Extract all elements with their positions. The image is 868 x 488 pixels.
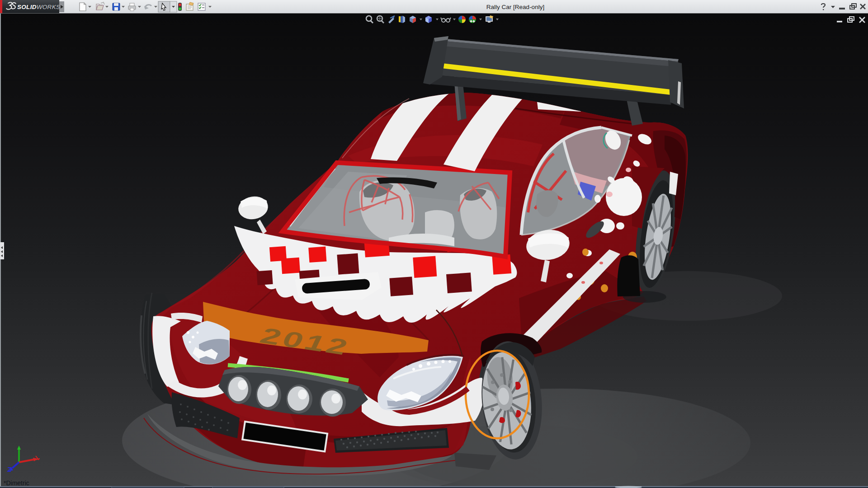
svg-text:Rally Car [Read-only]: Rally Car [Read-only]	[486, 4, 544, 10]
svg-text:SOLIDWORKS: SOLIDWORKS	[17, 4, 60, 10]
svg-text:*Dimetric: *Dimetric	[4, 479, 29, 487]
